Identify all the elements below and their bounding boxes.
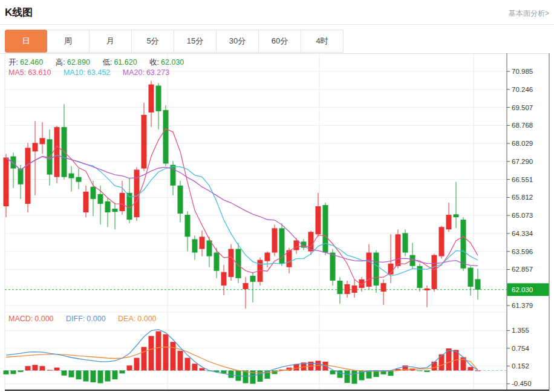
close-value: 62.030 bbox=[161, 58, 184, 67]
page-title: K线图 bbox=[5, 5, 33, 19]
price-axis-label: 68.029 bbox=[512, 140, 533, 147]
ohlc-legend: 开:62.460 高:62.890 低:61.620 收:62.030 bbox=[8, 57, 194, 68]
kline-widget: K线图 基本面分析> 日 周 月 5分 15分 30分 60分 4时 70.98… bbox=[0, 0, 554, 392]
tab-day[interactable]: 日 bbox=[5, 30, 47, 53]
macd-value: 0.000 bbox=[34, 315, 53, 323]
price-axis-label: 62.857 bbox=[512, 266, 533, 273]
close-label: 收: bbox=[149, 58, 159, 67]
ma20-label: MA20: bbox=[123, 68, 145, 77]
dea-value: 0.000 bbox=[137, 315, 156, 323]
fundamental-analysis-link[interactable]: 基本面分析> bbox=[509, 8, 549, 19]
price-axis-label: 65.812 bbox=[512, 194, 533, 201]
gridlines bbox=[5, 53, 507, 390]
macd-axis-label: -0.450 bbox=[512, 380, 532, 387]
price-axis-label: 67.290 bbox=[512, 158, 533, 165]
price-axis-label: 65.073 bbox=[512, 212, 533, 219]
svg-text:62.030: 62.030 bbox=[512, 286, 533, 293]
tab-30min[interactable]: 30分 bbox=[217, 30, 259, 53]
tab-5min[interactable]: 5分 bbox=[132, 30, 174, 53]
interval-tabs: 日 周 月 5分 15分 30分 60分 4时 bbox=[5, 30, 344, 53]
tab-60min[interactable]: 60分 bbox=[259, 30, 301, 53]
candles bbox=[4, 81, 481, 309]
current-price-tag: 62.030 bbox=[507, 283, 549, 296]
tab-4hour[interactable]: 4时 bbox=[301, 30, 344, 53]
price-axis-label: 64.334 bbox=[512, 230, 533, 237]
macd-axis-label: 0.754 bbox=[512, 345, 529, 352]
tab-month[interactable]: 月 bbox=[90, 30, 132, 53]
high-value: 62.890 bbox=[67, 58, 90, 67]
macd-legend: MACD:0.000 DIFF:0.000 DEA:0.000 bbox=[8, 315, 167, 323]
ma5-label: MA5: bbox=[8, 68, 26, 77]
dea-label: DEA: bbox=[118, 315, 135, 323]
tab-week[interactable]: 周 bbox=[47, 30, 90, 53]
open-label: 开: bbox=[8, 58, 18, 67]
macd-axis-label: 0.152 bbox=[512, 362, 529, 370]
macd-label: MACD: bbox=[8, 315, 33, 323]
price-axis-label: 66.551 bbox=[512, 176, 533, 183]
diff-label: DIFF: bbox=[66, 315, 85, 323]
low-label: 低: bbox=[102, 58, 112, 67]
candlestick-chart[interactable]: 70.98570.24669.50768.76868.02967.29066.5… bbox=[0, 53, 554, 392]
price-axis-label: 61.379 bbox=[512, 302, 533, 309]
ma10-value: 63.452 bbox=[87, 68, 110, 77]
diff-value: 0.000 bbox=[86, 315, 105, 323]
macd-axis-label: 1.355 bbox=[512, 327, 529, 334]
ma10-label: MA10: bbox=[64, 68, 85, 77]
open-value: 62.460 bbox=[20, 58, 43, 67]
price-axis-label: 70.246 bbox=[512, 86, 533, 93]
high-label: 高: bbox=[56, 58, 65, 67]
panel-borders bbox=[0, 53, 549, 390]
price-axis-label: 69.507 bbox=[512, 104, 533, 111]
price-axis-label: 63.596 bbox=[512, 248, 533, 255]
ma5-value: 63.610 bbox=[28, 68, 51, 77]
price-axis: 70.98570.24669.50768.76868.02967.29066.5… bbox=[507, 68, 533, 387]
tab-15min[interactable]: 15分 bbox=[174, 30, 217, 53]
ma20-value: 63.273 bbox=[146, 68, 169, 77]
ma-legend: MA5:63.610 MA10:63.452 MA20:63.273 bbox=[8, 68, 180, 77]
low-value: 61.620 bbox=[114, 58, 137, 67]
price-axis-label: 68.768 bbox=[512, 122, 533, 129]
header-divider bbox=[0, 24, 554, 25]
price-axis-label: 70.985 bbox=[512, 68, 533, 75]
ma-lines bbox=[6, 129, 478, 285]
